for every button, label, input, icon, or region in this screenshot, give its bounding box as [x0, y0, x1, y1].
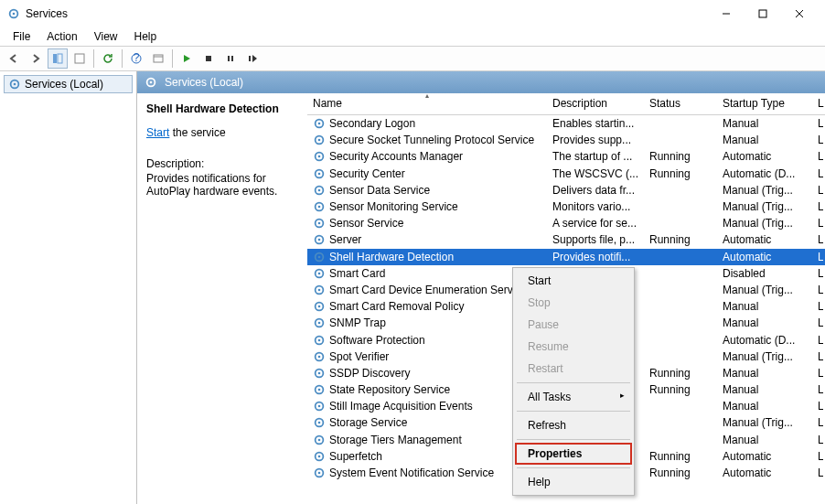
cell-name: System Event Notification Service	[329, 466, 494, 479]
menu-item-resume[interactable]: Resume	[515, 336, 632, 358]
pause-service-button[interactable]	[220, 48, 241, 69]
gear-icon	[313, 284, 326, 296]
table-row[interactable]: ServerSupports file, p...RunningAutomati…	[307, 231, 825, 248]
show-hide-tree-button[interactable]	[48, 48, 68, 69]
gear-icon	[313, 200, 326, 213]
svg-point-36	[318, 239, 321, 241]
gear-icon	[313, 233, 326, 246]
cell-startup: Manual (Trig...	[717, 184, 812, 197]
tree-pane: Services (Local)	[0, 71, 137, 504]
cell-startup: Disabled	[717, 267, 812, 280]
svg-text:?: ?	[134, 52, 140, 64]
cell-description: Delivers data fr...	[547, 184, 644, 197]
menu-item-stop[interactable]: Stop	[515, 292, 632, 314]
svg-point-32	[318, 206, 321, 209]
svg-point-50	[318, 355, 321, 358]
menu-item-restart[interactable]: Restart	[515, 358, 632, 380]
table-row[interactable]: Secure Socket Tunneling Protocol Service…	[307, 132, 825, 148]
menu-item-pause[interactable]: Pause	[515, 314, 632, 336]
cell-status: Running	[644, 233, 717, 246]
gear-icon	[313, 316, 326, 329]
separator-icon	[93, 49, 94, 68]
help-button[interactable]: ?	[126, 48, 146, 69]
svg-point-64	[318, 472, 321, 475]
table-row[interactable]: Security Accounts ManagerThe startup of …	[307, 148, 825, 165]
cell-name: Security Accounts Manager	[329, 150, 463, 163]
start-service-button[interactable]	[177, 48, 197, 69]
forward-button[interactable]	[26, 48, 46, 69]
table-row[interactable]: Sensor ServiceA service for se...Manual …	[307, 215, 825, 231]
cell-name: Superfetch	[329, 450, 382, 463]
menu-item-all-tasks[interactable]: All Tasks	[515, 386, 632, 408]
back-button[interactable]	[4, 48, 24, 69]
properties-button[interactable]	[148, 48, 168, 69]
start-suffix: the service	[169, 126, 225, 139]
cell-startup: Manual (Trig...	[717, 284, 812, 296]
maximize-button[interactable]	[745, 0, 781, 27]
svg-point-38	[318, 255, 321, 258]
gear-icon	[313, 400, 326, 413]
cell-logon: L	[812, 233, 823, 246]
cell-logon: L	[812, 466, 823, 479]
cell-description: The startup of ...	[547, 150, 644, 163]
column-status[interactable]: Status	[644, 93, 717, 114]
svg-rect-7	[58, 54, 62, 63]
column-headers: ▴Name Description Status Startup Type L	[307, 93, 825, 115]
svg-point-40	[318, 272, 321, 274]
menu-item-help[interactable]: Help	[515, 471, 632, 493]
column-name[interactable]: ▴Name	[307, 93, 547, 114]
svg-rect-13	[206, 56, 211, 61]
table-row[interactable]: Secondary LogonEnables startin...ManualL	[307, 115, 825, 132]
menu-view[interactable]: View	[87, 28, 125, 45]
toolbar: ?	[0, 46, 825, 71]
menu-help[interactable]: Help	[127, 28, 165, 45]
svg-point-46	[318, 322, 321, 325]
refresh-button[interactable]	[98, 48, 118, 69]
gear-icon	[313, 434, 326, 446]
export-button[interactable]	[70, 48, 90, 69]
cell-logon: L	[812, 416, 823, 429]
gear-icon	[313, 117, 326, 130]
table-row[interactable]: Shell Hardware DetectionProvides notifi.…	[307, 249, 825, 265]
menu-item-start[interactable]: Start	[515, 270, 632, 292]
column-logon[interactable]: L	[812, 93, 824, 114]
cell-startup: Automatic	[717, 233, 812, 246]
cell-name: Smart Card	[329, 267, 385, 280]
tree-item-services-local[interactable]: Services (Local)	[4, 75, 133, 93]
restart-service-button[interactable]	[242, 48, 262, 69]
start-link[interactable]: Start	[146, 126, 169, 139]
cell-startup: Automatic	[717, 150, 812, 163]
cell-status: Running	[644, 167, 717, 180]
svg-point-48	[318, 338, 321, 341]
table-row[interactable]: Sensor Monitoring ServiceMonitors vario.…	[307, 198, 825, 215]
cell-startup: Automatic	[717, 450, 812, 463]
cell-name: Security Center	[329, 167, 405, 180]
title-bar: Services	[0, 0, 825, 27]
svg-point-44	[318, 306, 321, 308]
menu-bar: File Action View Help	[0, 27, 825, 46]
svg-point-54	[318, 389, 321, 391]
cell-name: Spot Verifier	[329, 350, 389, 363]
menu-file[interactable]: File	[5, 28, 38, 45]
cell-description: Enables startin...	[547, 117, 644, 130]
gear-icon	[313, 150, 326, 163]
table-row[interactable]: Security CenterThe WSCSVC (...RunningAut…	[307, 166, 825, 182]
table-row[interactable]: Sensor Data ServiceDelivers data fr...Ma…	[307, 182, 825, 198]
gear-icon	[313, 450, 326, 463]
menu-action[interactable]: Action	[39, 28, 84, 45]
svg-rect-16	[249, 56, 251, 61]
stop-service-button[interactable]	[198, 48, 219, 69]
column-description[interactable]: Description	[547, 93, 644, 114]
description-heading: Description:	[146, 157, 298, 170]
cell-name: State Repository Service	[329, 383, 450, 396]
svg-point-52	[318, 372, 321, 375]
column-startup[interactable]: Startup Type	[717, 93, 812, 114]
menu-item-properties[interactable]: Properties	[515, 443, 632, 465]
cell-name: Server	[329, 233, 361, 246]
close-button[interactable]	[781, 0, 818, 27]
gear-icon	[313, 334, 326, 347]
menu-item-refresh[interactable]: Refresh	[515, 414, 632, 436]
gear-icon	[145, 76, 157, 89]
minimize-button[interactable]	[708, 0, 745, 27]
svg-point-1	[13, 13, 16, 16]
